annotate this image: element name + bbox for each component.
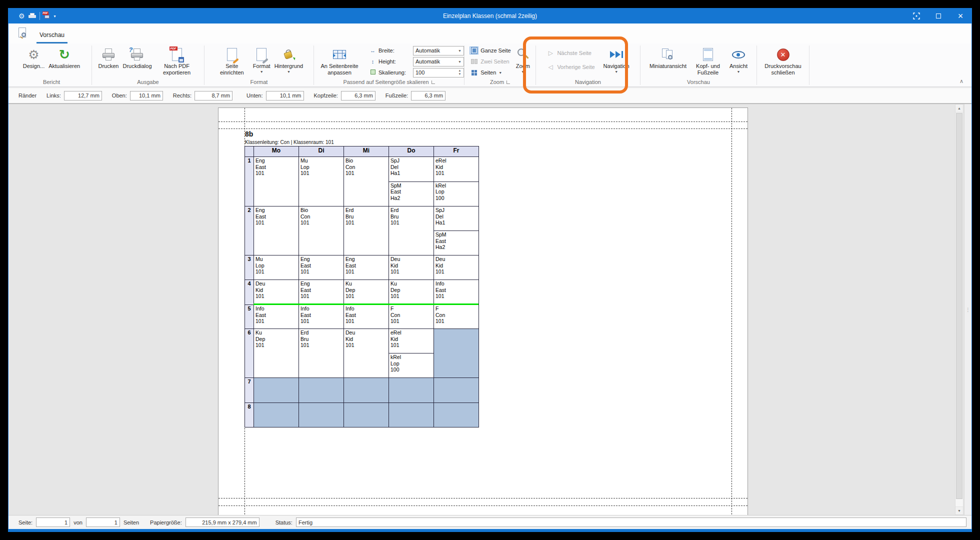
timetable-cell: KuDep101: [344, 280, 388, 304]
current-page-input[interactable]: 1: [36, 518, 70, 527]
width-arrows-icon: ↔: [369, 48, 376, 54]
right-margin-guide: [732, 108, 732, 515]
timetable-cell: SpJDelHa1SpMEastHa2: [388, 156, 434, 206]
footer-guide: [218, 506, 748, 506]
chevron-down-icon: ▼: [521, 70, 524, 74]
qat-dropdown-icon[interactable]: ▾: [54, 14, 56, 18]
top-margin-guide: [218, 128, 748, 129]
save-pdf-icon[interactable]: PDF: [44, 12, 50, 20]
vertical-scrollbar[interactable]: ▲ ▼: [955, 104, 964, 515]
group-navigation: ▷ Nächste Seite ◁ Vorherige Seite Naviga…: [536, 44, 640, 86]
timetable-cell: BioCon101: [344, 156, 388, 206]
total-pages-input[interactable]: 1: [86, 518, 120, 527]
format-button[interactable]: Format ▼: [251, 44, 272, 75]
focus-mode-button[interactable]: [906, 8, 928, 24]
naechste-seite-button[interactable]: ▷ Nächste Seite: [544, 48, 596, 58]
scroll-up-icon[interactable]: ▲: [956, 104, 963, 112]
timetable-period-cell: 6: [244, 328, 254, 378]
seite-einrichten-button[interactable]: Seite einrichten: [213, 44, 251, 78]
timetable-period-cell: 3: [244, 255, 254, 280]
quick-access-toolbar: ⚙ PDF ▾: [8, 12, 56, 20]
timetable-period-cell: 8: [244, 402, 254, 427]
group-vorschau: Miniaturansicht Kopf- und Fußzeile Ansic…: [640, 44, 756, 86]
pdf-export-button[interactable]: PDF Nach PDF exportieren: [154, 44, 200, 78]
vorherige-seite-button[interactable]: ◁ Vorherige Seite: [544, 62, 596, 72]
timetable-cell: ErdBru101: [344, 206, 388, 255]
ganze-seite-button[interactable]: Ganze Seite: [468, 45, 513, 56]
timetable-day-header: Do: [388, 146, 434, 156]
timetable-row: 5InfoEast101InfoEast101InfoEast101FCon10…: [244, 304, 478, 328]
von-label: von: [74, 520, 82, 526]
navigation-button[interactable]: Navigation ▼: [602, 44, 632, 75]
design-button[interactable]: ⚙ Design...: [21, 44, 46, 71]
seiten-button[interactable]: Seiten ▼: [468, 67, 513, 78]
timetable-cell: [434, 378, 478, 402]
dialog-launcher-icon[interactable]: [432, 80, 435, 84]
preview-app-icon[interactable]: [16, 26, 30, 42]
chevron-down-icon: ▼: [614, 70, 618, 74]
rechts-input[interactable]: 8,7 mm: [194, 91, 232, 100]
timetable-row: 8: [244, 402, 478, 427]
miniaturansicht-button[interactable]: Miniaturansicht: [648, 44, 688, 71]
height-combobox[interactable]: Automatik▼: [413, 57, 464, 66]
links-input[interactable]: 12,7 mm: [64, 91, 102, 100]
format-page-icon: [256, 48, 266, 61]
fusszeile-label: Fußzeile:: [386, 92, 408, 98]
scroll-down-icon[interactable]: ▼: [956, 506, 963, 514]
previous-page-icon: ◁: [546, 64, 554, 70]
maximize-button[interactable]: [928, 8, 950, 24]
class-info-line: Klassenleitung: Con | Klassenraum: 101: [245, 140, 334, 145]
drucken-button[interactable]: Drucken: [96, 44, 120, 71]
quick-print-icon[interactable]: [28, 13, 36, 19]
kopfzeile-label: Kopfzeile:: [314, 92, 338, 98]
timetable-cell: InfoEast101: [298, 304, 344, 328]
timetable-cell: EngEast101: [344, 255, 388, 280]
paper-size-field[interactable]: 215,9 mm x 279,4 mm: [186, 518, 260, 527]
pdf-export-icon: PDF: [172, 48, 182, 61]
timetable-cell: [434, 328, 478, 378]
an-seitenbreite-anpassen-button[interactable]: An Seitenbreite anpassen: [314, 44, 365, 78]
fusszeile-input[interactable]: 6,3 mm: [411, 91, 446, 100]
class-title: 8b: [245, 130, 253, 138]
breite-combobox[interactable]: Automatik▼: [413, 46, 464, 56]
druckvorschau-schliessen-button[interactable]: ✕ Druckvorschau schließen: [758, 44, 808, 78]
group-label-vorschau: Vorschau: [640, 78, 756, 86]
hintergrund-button[interactable]: Hintergrund ▼: [272, 44, 305, 75]
timetable-cell: ErdBru101: [298, 328, 344, 378]
settings-gear-icon[interactable]: ⚙: [18, 12, 25, 20]
spinner-icon[interactable]: ▲▼: [456, 68, 463, 77]
chevron-down-icon: ▼: [737, 70, 740, 74]
collapse-ribbon-icon[interactable]: ∧: [960, 78, 964, 84]
seite-label: Seite:: [18, 520, 32, 526]
status-label: Status:: [276, 520, 292, 526]
timetable-day-header: Di: [298, 146, 344, 156]
next-page-icon: ▷: [546, 50, 554, 56]
scrollbar-thumb[interactable]: [956, 113, 962, 499]
zwei-seiten-button[interactable]: Zwei Seiten: [468, 56, 513, 67]
skalierung-input[interactable]: 100 ▲▼: [413, 68, 464, 78]
aktualisieren-button[interactable]: ↻ Aktualisieren: [46, 44, 82, 71]
ansicht-button[interactable]: Ansicht ▼: [728, 44, 750, 75]
timetable-cell: MuLop101: [298, 156, 344, 206]
timetable-cell: EngEast101: [254, 156, 298, 206]
kopf-fusszeile-button[interactable]: Kopf- und Fußzeile: [688, 44, 728, 78]
timetable-cell: [344, 378, 388, 402]
timetable-period-cell: 4: [244, 280, 254, 304]
timetable-row: 3MuLop101EngEast101EngEast101DeuKid101De…: [244, 255, 478, 280]
unten-input[interactable]: 10,1 mm: [266, 91, 304, 100]
timetable: MoDiMiDoFr1EngEast101MuLop101BioCon101Sp…: [244, 146, 479, 428]
timetable-cell: [254, 378, 298, 402]
side-panel-splitter[interactable]: ⋮: [964, 104, 972, 515]
group-format: Seite einrichten Format ▼ Hintergrund ▼ …: [204, 44, 314, 86]
dialog-launcher-icon[interactable]: [506, 80, 510, 84]
tab-vorschau[interactable]: Vorschau: [34, 32, 70, 44]
oben-input[interactable]: 10,1 mm: [130, 91, 163, 100]
rechts-label: Rechts:: [173, 92, 192, 98]
druckdialog-button[interactable]: ? Druckdialog: [120, 44, 154, 71]
close-button[interactable]: ×: [950, 8, 972, 24]
kopfzeile-input[interactable]: 6,3 mm: [341, 91, 376, 100]
fast-forward-icon: [610, 51, 623, 58]
timetable-cell: KuDep101: [254, 328, 298, 378]
zoom-button[interactable]: Zoom ▼: [514, 44, 532, 75]
printer-icon: [102, 48, 116, 61]
